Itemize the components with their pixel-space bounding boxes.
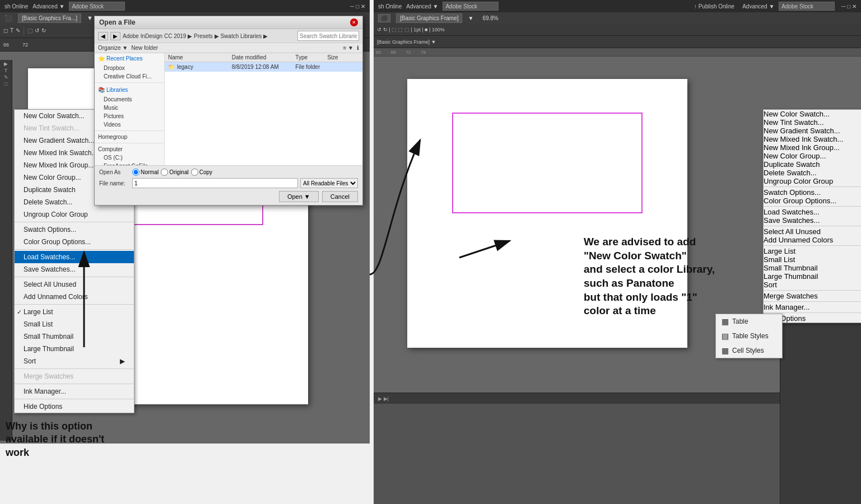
right-menu-sort[interactable]: Sort ▶ (764, 281, 861, 289)
left-advanced-text[interactable]: Advanced ▼ (32, 3, 64, 10)
right-menu-new-mixed-group[interactable]: New Mixed Ink Group... (764, 143, 861, 152)
right-dropdown-arrow[interactable]: ▼ (468, 15, 473, 21)
left-menu-select-all-unused[interactable]: Select All Unused (15, 278, 134, 291)
dialog-new-folder-btn[interactable]: New folder (131, 45, 158, 51)
sep-r7 (764, 312, 861, 313)
dialog-search-input[interactable] (297, 31, 359, 41)
left-search-input[interactable] (69, 2, 125, 11)
sep-r1 (764, 186, 861, 187)
left-menu-small-list[interactable]: Small List (15, 318, 134, 330)
right-menu-ungroup[interactable]: Ungroup Color Group (764, 177, 861, 185)
dialog-cancel-btn[interactable]: Cancel (322, 191, 358, 202)
filename-input[interactable] (132, 178, 298, 188)
right-menu-select-all-unused[interactable]: Select All Unused (764, 227, 861, 236)
table-panel-cell-styles[interactable]: ▦ Cell Styles (716, 343, 782, 358)
right-search2-input[interactable] (779, 2, 835, 11)
tool-select[interactable]: ▶ (4, 61, 8, 67)
left-menu-hide-options[interactable]: Hide Options (15, 400, 134, 413)
right-menu-duplicate[interactable]: Duplicate Swatch (764, 160, 861, 169)
dialog-computer[interactable]: Computer (95, 145, 164, 153)
dialog-back-btn[interactable]: ◀ (98, 32, 108, 40)
left-tool1[interactable]: ◻ (3, 27, 8, 34)
left-menu-large-list[interactable]: Large List (15, 306, 134, 318)
right-menu-add-unnamed[interactable]: Add Unnamed Colors (764, 236, 861, 244)
right-menu-ink-manager[interactable]: Ink Manager... (764, 303, 861, 311)
left-menu-swatch-options[interactable]: Swatch Options... (15, 223, 134, 236)
left-zoom2[interactable]: 72 (22, 42, 28, 48)
dialog-recent-places[interactable]: ⭐ Recent Places (95, 53, 164, 64)
left-menu-sort[interactable]: Sort ▶ (15, 355, 134, 367)
dialog-documents[interactable]: Documents (95, 95, 164, 104)
dialog-freeagent[interactable]: FreeAgent GoFile... (95, 162, 164, 165)
open-as-copy[interactable]: Copy (191, 169, 212, 176)
dialog-close-btn[interactable]: ✕ (350, 18, 358, 26)
file-type-select[interactable]: All Readable Files (300, 178, 358, 188)
open-as-original[interactable]: Original (161, 169, 188, 176)
left-tool6[interactable]: ↻ (41, 27, 46, 34)
dialog-view-icons[interactable]: ≡ ▼ (343, 45, 353, 51)
right-publish-online[interactable]: ↑ Publish Online (694, 3, 734, 10)
dialog-music[interactable]: Music (95, 104, 164, 112)
right-menu-swatch-options[interactable]: Swatch Options... (764, 188, 861, 197)
right-menu-load-swatches[interactable]: Load Swatches... (764, 208, 861, 216)
right-menubar: ⬛ [Basic Graphics Frame] ▼ 69.8% (374, 12, 861, 24)
left-tool5[interactable]: ↺ (35, 27, 39, 34)
right-menu-large-list[interactable]: Large List (764, 247, 861, 255)
tool-text[interactable]: T (4, 68, 8, 73)
right-menu-new-color-group[interactable]: New Color Group... (764, 152, 861, 160)
left-menu-load-swatches[interactable]: Load Swatches... (15, 251, 134, 263)
right-advanced-text[interactable]: Advanced ▼ (406, 3, 438, 10)
dialog-title-bar: Open a File ✕ (95, 16, 362, 29)
left-dropdown-arrow[interactable]: ▼ (87, 15, 93, 21)
left-title-field[interactable]: [Basic Graphics Fra...] (18, 13, 81, 23)
left-menu-item[interactable]: ⬛ (4, 15, 12, 22)
right-menu-new-mixed[interactable]: New Mixed Ink Swatch... (764, 135, 861, 143)
sep-r2 (764, 206, 861, 207)
left-tool2[interactable]: T (10, 27, 13, 34)
tool-shape[interactable]: □ (4, 81, 7, 87)
open-as-normal[interactable]: Normal (132, 169, 159, 176)
statusbar-text: ▶ ▶| (378, 396, 389, 402)
dialog-libraries[interactable]: 📚 Libraries (95, 85, 164, 95)
right-title-field[interactable]: [Basic Graphics Frame] (396, 13, 462, 23)
right-search-input[interactable] (443, 2, 499, 11)
left-menu-add-unnamed[interactable]: Add Unnamed Colors (15, 291, 134, 303)
left-menu-save-swatches[interactable]: Save Swatches... (15, 263, 134, 276)
dialog-organize-btn[interactable]: Organize ▼ (98, 45, 128, 51)
right-advanced2[interactable]: Advanced ▼ (742, 3, 774, 10)
right-menu-save-swatches[interactable]: Save Swatches... (764, 216, 861, 225)
file-type-legacy: File folder (295, 64, 327, 70)
table-panel-table-styles[interactable]: ▤ Table Styles (716, 329, 782, 343)
left-menu-large-thumb[interactable]: Large Thumbnail (15, 343, 134, 355)
dialog-forward-btn[interactable]: ▶ (110, 32, 120, 40)
right-menu-new-color[interactable]: New Color Swatch... (764, 110, 861, 118)
filename-label: File name: (99, 180, 130, 186)
right-menu-small-thumb[interactable]: Small Thumbnail (764, 264, 861, 272)
dialog-videos[interactable]: Videos (95, 120, 164, 129)
left-menu-ink-manager[interactable]: Ink Manager... (15, 385, 134, 398)
right-menu-large-thumb[interactable]: Large Thumbnail (764, 272, 861, 281)
right-menu-new-gradient[interactable]: New Gradient Swatch... (764, 127, 861, 135)
dialog-pictures[interactable]: Pictures (95, 112, 164, 120)
right-menu-color-group-options[interactable]: Color Group Options... (764, 197, 861, 205)
left-menu-color-group-options[interactable]: Color Group Options... (15, 236, 134, 248)
right-topbar: sh Online Advanced ▼ ↑ Publish Online Ad… (374, 0, 861, 12)
left-menu-ungroup[interactable]: Ungroup Color Group (15, 208, 134, 221)
left-zoom[interactable]: 66 (3, 42, 9, 48)
left-tool3[interactable]: ✎ (16, 27, 20, 34)
left-menu-small-thumb[interactable]: Small Thumbnail (15, 330, 134, 343)
sep-r5 (764, 290, 861, 291)
right-percent[interactable]: 69.8% (482, 15, 498, 21)
tool-pen[interactable]: ✎ (4, 74, 8, 80)
dialog-open-btn[interactable]: Open ▼ (279, 191, 319, 202)
sep1 (24, 27, 24, 35)
file-row-legacy[interactable]: 📁 legacy 8/8/2019 12:08 AM File folder (165, 62, 362, 72)
dialog-os-c[interactable]: OS (C:) (95, 153, 164, 162)
dialog-dropbox[interactable]: Dropbox (95, 64, 164, 72)
right-menu-small-list[interactable]: Small List (764, 255, 861, 264)
dialog-homegroup[interactable]: Homegroup (95, 133, 164, 141)
dialog-creative-cloud[interactable]: Creative Cloud Fi... (95, 72, 164, 81)
left-tool4[interactable]: ⬚ (27, 27, 32, 34)
table-panel-table[interactable]: ▦ Table (716, 314, 782, 329)
right-menu-delete[interactable]: Delete Swatch... (764, 169, 861, 177)
